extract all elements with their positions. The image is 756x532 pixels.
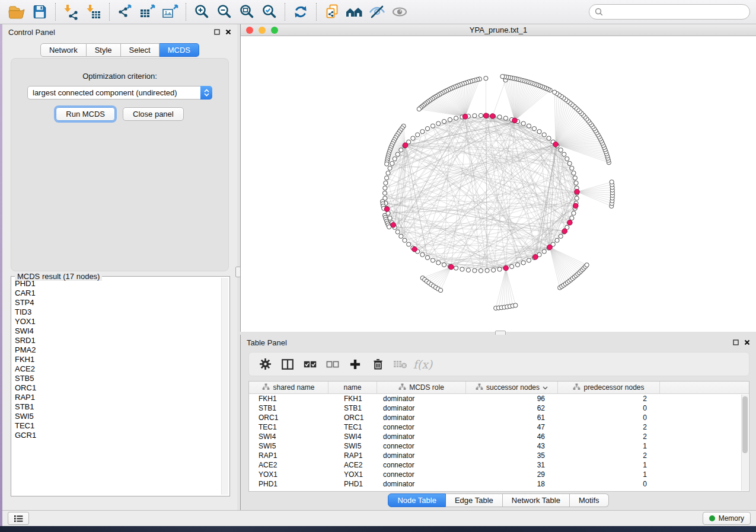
table-row[interactable]: STB1STB1dominator620 xyxy=(249,403,742,413)
search-input[interactable] xyxy=(607,8,744,17)
export-table-icon[interactable] xyxy=(136,2,159,21)
mcds-result-item[interactable]: ORC1 xyxy=(15,383,221,393)
tab-mcds[interactable]: MCDS xyxy=(160,43,199,57)
mcds-result-scrollbar[interactable] xyxy=(221,278,228,495)
shared-attribute-icon xyxy=(573,383,580,392)
task-history-button[interactable] xyxy=(8,512,29,525)
tab-select[interactable]: Select xyxy=(121,43,160,57)
table-row[interactable]: SWI4SWI4dominator462 xyxy=(249,432,742,441)
mcds-result-item[interactable]: YOX1 xyxy=(15,317,221,326)
shared-attribute-icon xyxy=(262,383,270,392)
table-header-row: shared namenameMCDS rolesuccessor nodesp… xyxy=(249,382,749,394)
table-row[interactable]: FKH1FKH1dominator962 xyxy=(249,394,742,403)
close-panel-button[interactable]: Close panel xyxy=(123,107,184,121)
mcds-result-item[interactable]: PMA2 xyxy=(15,345,221,355)
tab-style[interactable]: Style xyxy=(87,43,121,57)
deselect-all-columns-icon[interactable] xyxy=(321,355,344,373)
tab-node-table[interactable]: Node Table xyxy=(388,493,446,507)
zoom-selected-icon[interactable] xyxy=(258,2,280,21)
close-panel-icon[interactable] xyxy=(744,339,750,345)
tab-motifs[interactable]: Motifs xyxy=(570,493,609,507)
mcds-result-item[interactable]: TEC1 xyxy=(15,421,221,431)
network-window-title: YPA_prune.txt_1 xyxy=(470,25,527,34)
mcds-result-item[interactable]: STB5 xyxy=(15,374,221,383)
table-body: FKH1FKH1dominator962STB1STB1dominator620… xyxy=(249,394,742,491)
import-network-icon[interactable] xyxy=(60,2,82,21)
close-window-icon[interactable] xyxy=(246,27,253,34)
tab-network[interactable]: Network xyxy=(40,43,87,57)
mcds-result-item[interactable]: FKH1 xyxy=(15,355,221,364)
zoom-out-icon[interactable] xyxy=(213,2,235,21)
mcds-result-item[interactable]: STB1 xyxy=(15,402,221,412)
mcds-result-item[interactable]: CAR1 xyxy=(15,289,221,298)
table-tabs: Node TableEdge TableNetwork TableMotifs xyxy=(241,493,756,507)
memory-button[interactable]: Memory xyxy=(703,512,751,525)
network-window-titlebar: YPA_prune.txt_1 xyxy=(241,24,756,36)
table-toolbar: f(x) xyxy=(248,352,749,376)
mcds-result-item[interactable]: RAP1 xyxy=(15,393,221,402)
delete-column-icon[interactable] xyxy=(366,355,389,373)
column-header-shared-name[interactable]: shared name xyxy=(249,382,328,393)
maximize-window-icon[interactable] xyxy=(271,27,278,34)
network-canvas[interactable] xyxy=(241,37,756,332)
import-table-icon[interactable] xyxy=(82,2,105,21)
function-builder-icon: f(x) xyxy=(412,355,434,373)
float-panel-icon[interactable] xyxy=(214,29,220,35)
open-folder-icon[interactable] xyxy=(6,2,28,21)
close-panel-icon[interactable] xyxy=(225,29,231,35)
mcds-result-item[interactable]: GCR1 xyxy=(15,431,221,440)
copy-style-icon[interactable] xyxy=(321,2,343,21)
table-row[interactable]: TEC1TEC1connector472 xyxy=(249,422,742,432)
mcds-result-item[interactable]: ACE2 xyxy=(15,364,221,374)
shared-attribute-icon xyxy=(476,383,483,392)
mcds-result-item[interactable]: STP4 xyxy=(15,298,221,307)
table-row[interactable]: PHD1PHD1dominator180 xyxy=(249,479,742,489)
export-network-icon[interactable] xyxy=(114,2,136,21)
float-panel-icon[interactable] xyxy=(733,339,739,345)
column-header-MCDS-role[interactable]: MCDS role xyxy=(377,382,466,393)
task-list-icon xyxy=(14,515,23,523)
mcds-result-box: MCDS result (17 nodes) PHD1CAR1STP4TID3Y… xyxy=(11,276,230,496)
mcds-result-item[interactable]: SWI5 xyxy=(15,412,221,421)
sort-caret-icon[interactable] xyxy=(543,383,548,392)
select-all-columns-icon[interactable] xyxy=(299,355,321,373)
settings-gear-icon[interactable] xyxy=(254,355,276,373)
hide-selected-eye-icon[interactable] xyxy=(366,2,388,21)
table-row[interactable]: SWI5SWI5connector431 xyxy=(249,441,742,451)
zoom-fit-icon[interactable] xyxy=(235,2,258,21)
refresh-layout-icon[interactable] xyxy=(289,2,312,21)
minimize-window-icon[interactable] xyxy=(259,27,266,34)
table-scrollbar[interactable] xyxy=(741,395,748,491)
zoom-in-icon[interactable] xyxy=(190,2,213,21)
export-image-icon[interactable] xyxy=(159,2,181,21)
column-header-name[interactable]: name xyxy=(328,382,377,393)
tab-edge-table[interactable]: Edge Table xyxy=(446,493,503,507)
table-row[interactable]: YOX1YOX1connector291 xyxy=(249,470,742,479)
mcds-result-list[interactable]: PHD1CAR1STP4TID3YOX1SWI4SRD1PMA2FKH1ACE2… xyxy=(12,278,221,495)
search-field[interactable] xyxy=(589,4,750,20)
mcds-result-item[interactable]: SRD1 xyxy=(15,336,221,345)
split-column-icon[interactable] xyxy=(276,355,299,373)
toolbar-separator xyxy=(285,3,285,21)
traffic-lights xyxy=(246,27,278,34)
search-icon xyxy=(595,8,603,16)
table-row[interactable]: RAP1RAP1dominator352 xyxy=(249,451,742,460)
table-row[interactable]: ORC1ORC1dominator610 xyxy=(249,413,742,422)
mcds-result-item[interactable]: TID3 xyxy=(15,307,221,317)
show-all-eye-icon[interactable] xyxy=(388,2,411,21)
tab-network-table[interactable]: Network Table xyxy=(503,493,570,507)
scrollbar-thumb[interactable] xyxy=(742,396,748,453)
column-header-predecessor-nodes[interactable]: predecessor nodes xyxy=(558,382,660,393)
table-panel-titlebar: Table Panel xyxy=(241,335,756,350)
shared-attribute-icon xyxy=(398,383,406,392)
column-header-successor-nodes[interactable]: successor nodes xyxy=(466,382,558,393)
mcds-result-item[interactable]: PHD1 xyxy=(15,279,221,289)
mcds-result-item[interactable]: SWI4 xyxy=(15,326,221,336)
add-column-icon[interactable] xyxy=(344,355,366,373)
run-mcds-button[interactable]: Run MCDS xyxy=(56,107,115,121)
first-neighbors-icon[interactable] xyxy=(343,2,366,21)
criterion-dropdown[interactable]: largest connected component (undirected) xyxy=(27,86,212,100)
table-row[interactable]: ACE2ACE2connector311 xyxy=(249,460,742,470)
save-icon[interactable] xyxy=(28,2,51,21)
memory-label: Memory xyxy=(719,514,744,523)
